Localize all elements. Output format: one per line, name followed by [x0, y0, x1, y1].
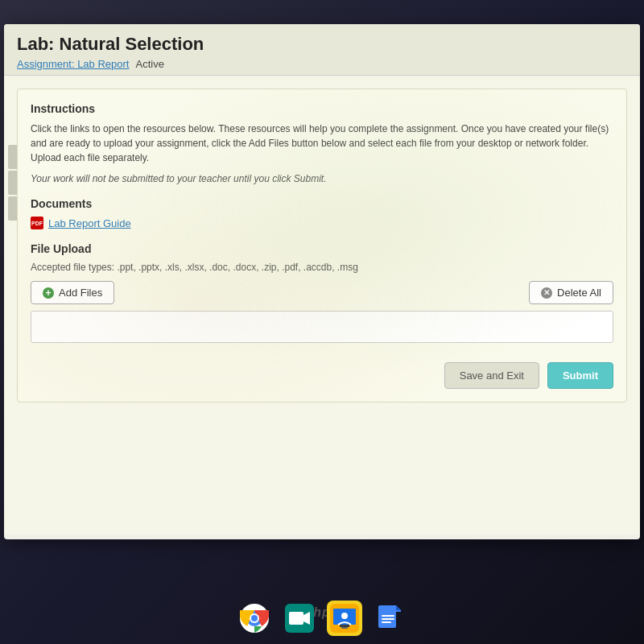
add-files-label: Add Files — [59, 287, 102, 299]
browser-window: Lab: Natural Selection Assignment: Lab R… — [4, 24, 640, 539]
svg-rect-14 — [382, 615, 394, 617]
pdf-icon: PDF — [31, 217, 43, 229]
file-upload-title: File Upload — [31, 242, 613, 255]
page-header: Lab: Natural Selection Assignment: Lab R… — [4, 24, 640, 76]
lab-report-guide-link[interactable]: Lab Report Guide — [48, 217, 131, 229]
submit-button[interactable]: Submit — [547, 362, 613, 389]
doc-link-row: PDF Lab Report Guide — [31, 217, 613, 229]
breadcrumb-row: Assignment: Lab Report Active — [17, 58, 627, 70]
delete-icon: ✕ — [541, 287, 552, 299]
accepted-file-types: Accepted file types: .ppt, .pptx, .xls, … — [31, 262, 613, 273]
page-title: Lab: Natural Selection — [17, 34, 627, 55]
svg-point-3 — [251, 615, 258, 621]
svg-point-10 — [341, 613, 348, 619]
svg-rect-15 — [382, 618, 394, 620]
documents-section: Documents PDF Lab Report Guide — [31, 197, 613, 229]
instructions-title: Instructions — [31, 102, 613, 115]
breadcrumb-status: Active — [135, 58, 163, 70]
documents-title: Documents — [31, 197, 613, 210]
add-files-button[interactable]: + Add Files — [31, 281, 114, 304]
save-exit-button[interactable]: Save and Exit — [444, 362, 539, 389]
docs-taskbar-icon[interactable] — [372, 601, 407, 636]
bottom-actions: Save and Exit Submit — [31, 354, 613, 389]
instructions-body: Click the links to open the resources be… — [31, 122, 613, 165]
svg-rect-16 — [382, 621, 391, 623]
taskbar — [237, 601, 407, 636]
add-icon: + — [43, 287, 54, 299]
svg-rect-12 — [341, 627, 348, 629]
submit-label: Submit — [563, 369, 598, 382]
delete-all-label: Delete All — [557, 287, 601, 299]
save-exit-label: Save and Exit — [460, 369, 524, 382]
file-drop-area[interactable] — [31, 311, 613, 343]
svg-rect-11 — [340, 625, 349, 627]
desktop: Lab: Natural Selection Assignment: Lab R… — [0, 0, 644, 644]
svg-rect-5 — [289, 612, 303, 625]
assignment-card: Instructions Click the links to open the… — [17, 89, 627, 402]
chrome-taskbar-icon[interactable] — [237, 601, 272, 636]
delete-all-button[interactable]: ✕ Delete All — [529, 281, 613, 304]
submit-notice: Your work will not be submitted to your … — [31, 173, 613, 184]
classroom-taskbar-icon[interactable] — [327, 601, 362, 636]
file-actions-row: + Add Files ✕ Delete All — [31, 281, 613, 304]
meet-taskbar-icon[interactable] — [282, 601, 317, 636]
instructions-section: Instructions Click the links to open the… — [31, 102, 613, 184]
file-upload-section: File Upload Accepted file types: .ppt, .… — [31, 242, 613, 343]
page-content: Instructions Click the links to open the… — [4, 76, 640, 535]
breadcrumb-link[interactable]: Assignment: Lab Report — [17, 58, 129, 70]
